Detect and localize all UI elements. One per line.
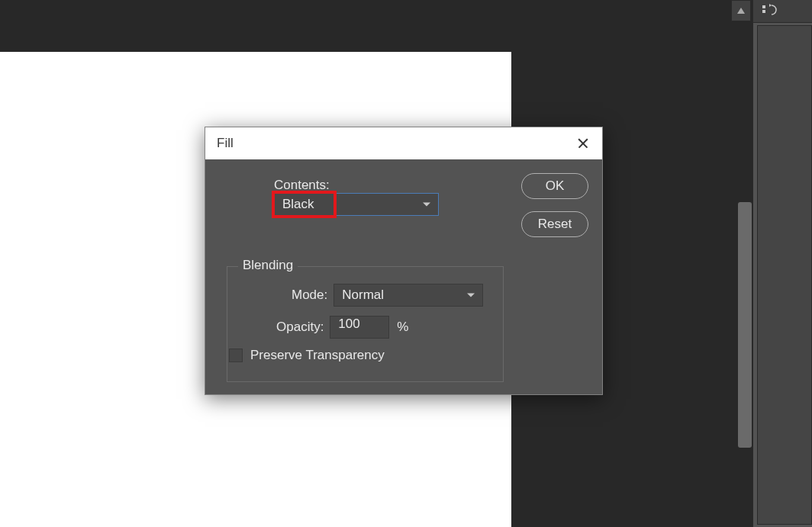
- chevron-down-icon: [423, 203, 430, 207]
- mode-value: Normal: [342, 288, 384, 303]
- dialog-title: Fill: [217, 136, 234, 151]
- chevron-down-icon: [467, 294, 475, 297]
- right-panel: [752, 0, 812, 527]
- contents-label: Contents:: [274, 178, 330, 192]
- right-panel-header: [753, 0, 812, 23]
- contents-row: Contents: Black: [274, 178, 439, 216]
- blending-legend: Blending: [238, 258, 298, 273]
- vertical-scrollbar[interactable]: [738, 202, 752, 448]
- history-icon[interactable]: [762, 4, 778, 18]
- blending-fieldset: Blending Mode: Normal Opacity: 100 % Pre…: [227, 266, 504, 382]
- contents-value: Black: [282, 197, 314, 212]
- preserve-transparency-checkbox[interactable]: [229, 349, 243, 362]
- ok-button[interactable]: OK: [521, 173, 588, 199]
- preserve-transparency-label: Preserve Transparency: [250, 348, 385, 363]
- svg-rect-1: [762, 10, 765, 13]
- opacity-unit: %: [397, 320, 408, 335]
- fill-dialog: Fill Contents: Black OK Reset Blending M…: [205, 127, 603, 395]
- reset-button[interactable]: Reset: [521, 211, 588, 237]
- opacity-label: Opacity:: [276, 320, 324, 335]
- opacity-input[interactable]: 100: [330, 316, 389, 339]
- close-button[interactable]: [575, 136, 591, 151]
- preserve-transparency-row: Preserve Transparency: [229, 348, 385, 363]
- dialog-body: Contents: Black OK Reset Blending Mode: …: [205, 159, 602, 190]
- panel-collapse-arrow[interactable]: [731, 0, 751, 21]
- dialog-titlebar[interactable]: Fill: [205, 127, 602, 159]
- contents-dropdown[interactable]: Black: [274, 193, 439, 216]
- opacity-row: Opacity: 100 %: [276, 316, 408, 339]
- mode-row: Mode: Normal: [292, 284, 483, 307]
- mode-dropdown[interactable]: Normal: [334, 284, 483, 307]
- mode-label: Mode:: [292, 288, 327, 303]
- right-panel-body: [757, 25, 812, 525]
- svg-rect-0: [762, 5, 765, 8]
